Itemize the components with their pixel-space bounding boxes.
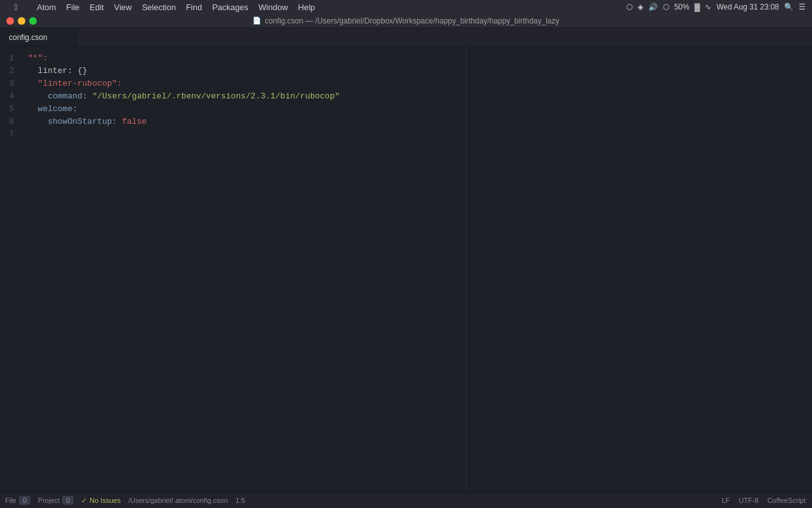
menubar-window[interactable]: Window <box>254 0 293 14</box>
file-count: 0 <box>19 496 30 505</box>
status-bar: File 0 Project 0 ✓ No Issues /Users/gabr… <box>0 492 812 508</box>
menubar-packages[interactable]: Packages <box>207 0 253 14</box>
code-line-5: welcome: <box>25 103 812 116</box>
tab-label: config.cson <box>9 33 48 42</box>
code-token: "*": <box>28 52 48 65</box>
menubar-help[interactable]: Help <box>293 0 320 14</box>
minimize-button[interactable] <box>18 17 25 25</box>
line-num-5: 5 <box>0 103 19 116</box>
code-line-6: showOnStartup: false <box>25 116 812 128</box>
line-num-7: 7 <box>0 128 19 141</box>
grammar[interactable]: CoffeeScript <box>768 497 806 504</box>
menubar-file[interactable]: File <box>61 0 84 14</box>
menubar-items: Atom File Edit View Selection Find Packa… <box>32 0 626 14</box>
fullscreen-button[interactable] <box>29 17 37 25</box>
menubar-selection[interactable]: Selection <box>137 0 181 14</box>
battery-icon: ▓ <box>695 3 700 11</box>
status-left: File 0 Project 0 ✓ No Issues /Users/gabr… <box>0 496 246 505</box>
title-path: config.cson — /Users/gabriel/Dropbox/Wor… <box>265 17 559 25</box>
volume-icon: 🔊 <box>648 3 658 11</box>
titlebar: 📄 config.cson — /Users/gabriel/Dropbox/W… <box>0 14 812 28</box>
datetime: Wed Aug 31 23:08 <box>716 3 779 11</box>
line-num-3: 3 <box>0 77 19 90</box>
no-issues-label: No Issues <box>89 497 121 504</box>
code-token: command: <box>28 90 92 103</box>
editor-divider <box>466 47 467 492</box>
line-ending[interactable]: LF <box>722 497 730 504</box>
wifi-icon: ∿ <box>705 3 711 11</box>
tab-bar: config.cson <box>0 28 812 47</box>
dropbox-icon: ◈ <box>638 3 643 11</box>
cursor-position: 1:5 <box>235 497 245 504</box>
tab-config-cson[interactable]: config.cson <box>0 27 76 46</box>
filepath-label: /Users/gabriel/.atom/config.cson <box>128 497 228 504</box>
code-token: "/Users/gabriel/.rbenv/versions/2.3.1/bi… <box>92 90 339 103</box>
encoding[interactable]: UTF-8 <box>739 497 759 504</box>
close-button[interactable] <box>6 17 14 25</box>
code-token: welcome: <box>28 103 77 116</box>
code-line-2: linter: {} <box>25 65 812 77</box>
code-token: false <box>122 116 147 128</box>
code-token: "linter-rubocop": <box>28 77 122 90</box>
status-right: LF UTF-8 CoffeeScript <box>722 497 812 504</box>
editor-container[interactable]: 1 2 3 4 5 6 7 "*": linter: {} "linter-ru… <box>0 47 812 492</box>
extra-icon: ⬡ <box>663 3 669 11</box>
project-label: Project <box>38 497 60 504</box>
line-numbers: 1 2 3 4 5 6 7 <box>0 47 25 492</box>
line-num-2: 2 <box>0 65 19 77</box>
status-file[interactable]: File 0 <box>5 496 30 505</box>
code-line-4: command: "/Users/gabriel/.rbenv/versions… <box>25 90 812 103</box>
bluetooth-icon: ⬡ <box>626 3 632 11</box>
code-token: linter: {} <box>28 65 88 77</box>
menubar-view[interactable]: View <box>109 0 137 14</box>
status-filepath[interactable]: /Users/gabriel/.atom/config.cson <box>128 497 228 504</box>
traffic-lights <box>6 17 37 25</box>
search-icon[interactable]: 🔍 <box>784 3 794 11</box>
line-num-6: 6 <box>0 116 19 128</box>
apple-menu[interactable]:  <box>0 2 32 12</box>
status-no-issues[interactable]: ✓ No Issues <box>81 497 121 505</box>
file-icon: 📄 <box>252 17 261 25</box>
menubar:  Atom File Edit View Selection Find Pac… <box>0 0 812 14</box>
code-token: showOnStartup: <box>28 116 122 128</box>
code-line-1: "*": <box>25 52 812 65</box>
menu-icon[interactable]: ☰ <box>799 3 806 11</box>
menubar-right: ⬡ ◈ 🔊 ⬡ 50% ▓ ∿ Wed Aug 31 23:08 🔍 ☰ <box>626 3 812 11</box>
battery-percent: 50% <box>674 3 690 11</box>
line-num-1: 1 <box>0 52 19 65</box>
line-num-4: 4 <box>0 90 19 103</box>
menubar-edit[interactable]: Edit <box>84 0 108 14</box>
status-project[interactable]: Project 0 <box>38 496 74 505</box>
status-cursor[interactable]: 1:5 <box>235 497 245 504</box>
code-line-7 <box>25 128 812 141</box>
file-label: File <box>5 497 16 504</box>
project-count: 0 <box>62 496 74 505</box>
window-title: 📄 config.cson — /Users/gabriel/Dropbox/W… <box>252 17 559 25</box>
code-line-3: "linter-rubocop": <box>25 77 812 90</box>
menubar-find[interactable]: Find <box>181 0 207 14</box>
code-editor[interactable]: "*": linter: {} "linter-rubocop": comman… <box>25 47 812 492</box>
check-icon: ✓ <box>81 497 87 505</box>
menubar-atom[interactable]: Atom <box>32 0 61 14</box>
